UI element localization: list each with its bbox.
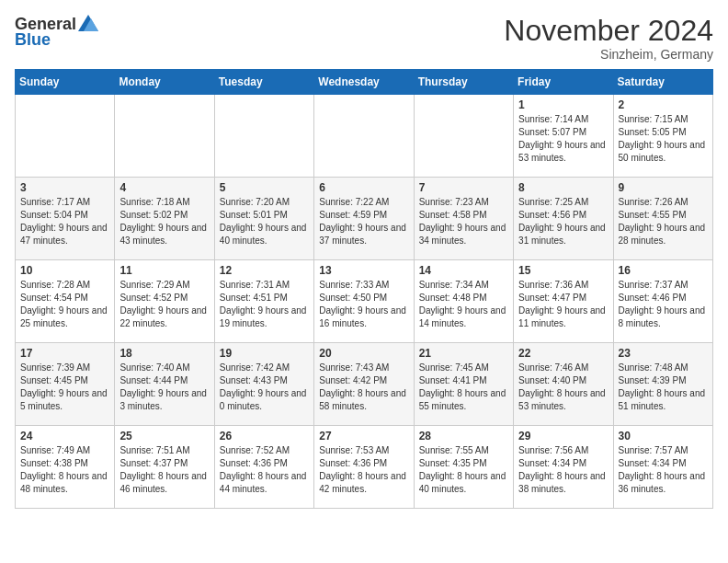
sunset-text: Sunset: 5:01 PM [220,210,288,220]
day-info: Sunrise: 7:55 AM Sunset: 4:35 PM Dayligh… [419,444,508,496]
sunrise-text: Sunrise: 7:26 AM [619,197,688,207]
sunset-text: Sunset: 4:54 PM [20,293,88,303]
sunrise-text: Sunrise: 7:57 AM [619,445,688,455]
table-row: 6 Sunrise: 7:22 AM Sunset: 4:59 PM Dayli… [314,178,414,260]
sunrise-text: Sunrise: 7:36 AM [518,280,588,290]
sunset-text: Sunset: 4:46 PM [619,293,687,303]
day-number: 27 [319,430,408,442]
sunrise-text: Sunrise: 7:18 AM [119,197,189,207]
sunrise-text: Sunrise: 7:28 AM [20,280,90,290]
day-info: Sunrise: 7:14 AM Sunset: 5:07 PM Dayligh… [518,113,608,165]
daylight-text: Daylight: 9 hours and 53 minutes. [518,140,606,163]
sunset-text: Sunset: 4:40 PM [518,375,586,385]
table-row: 7 Sunrise: 7:23 AM Sunset: 4:58 PM Dayli… [414,178,513,260]
day-number: 8 [518,181,608,194]
table-row [314,95,414,178]
sunrise-text: Sunrise: 7:23 AM [419,197,489,207]
daylight-text: Daylight: 9 hours and 50 minutes. [619,140,706,163]
day-info: Sunrise: 7:20 AM Sunset: 5:01 PM Dayligh… [220,196,309,247]
sunrise-text: Sunrise: 7:52 AM [220,445,290,455]
location-subtitle: Sinzheim, Germany [504,47,713,62]
header-friday: Friday [514,70,613,95]
table-row: 21 Sunrise: 7:45 AM Sunset: 4:41 PM Dayl… [414,343,513,426]
daylight-text: Daylight: 8 hours and 36 minutes. [619,471,706,494]
sunset-text: Sunset: 4:58 PM [419,210,487,220]
day-info: Sunrise: 7:46 AM Sunset: 4:40 PM Dayligh… [518,362,608,413]
sunrise-text: Sunrise: 7:31 AM [220,280,290,290]
sunset-text: Sunset: 4:42 PM [319,375,387,385]
sunset-text: Sunset: 5:05 PM [619,127,687,137]
day-number: 14 [419,264,508,277]
sunrise-text: Sunrise: 7:22 AM [319,197,389,207]
month-title: November 2024 [504,15,713,47]
day-info: Sunrise: 7:28 AM Sunset: 4:54 PM Dayligh… [20,279,109,330]
sunset-text: Sunset: 4:43 PM [220,375,288,385]
day-info: Sunrise: 7:43 AM Sunset: 4:42 PM Dayligh… [319,362,408,413]
table-row: 4 Sunrise: 7:18 AM Sunset: 5:02 PM Dayli… [115,178,214,260]
sunset-text: Sunset: 4:51 PM [220,293,288,303]
table-row: 12 Sunrise: 7:31 AM Sunset: 4:51 PM Dayl… [214,260,313,343]
daylight-text: Daylight: 9 hours and 47 minutes. [20,223,108,246]
day-info: Sunrise: 7:56 AM Sunset: 4:34 PM Dayligh… [518,444,608,496]
daylight-text: Daylight: 9 hours and 16 minutes. [319,305,406,328]
table-row: 2 Sunrise: 7:15 AM Sunset: 5:05 PM Dayli… [613,95,712,178]
table-row: 27 Sunrise: 7:53 AM Sunset: 4:36 PM Dayl… [314,426,414,509]
daylight-text: Daylight: 9 hours and 11 minutes. [518,305,606,328]
daylight-text: Daylight: 9 hours and 3 minutes. [119,388,207,411]
sunset-text: Sunset: 4:34 PM [518,458,586,468]
daylight-text: Daylight: 8 hours and 38 minutes. [518,471,606,494]
day-number: 25 [119,430,209,442]
day-number: 26 [220,430,309,442]
sunrise-text: Sunrise: 7:49 AM [20,445,90,455]
daylight-text: Daylight: 8 hours and 44 minutes. [220,471,307,494]
header-monday: Monday [115,70,214,95]
day-info: Sunrise: 7:52 AM Sunset: 4:36 PM Dayligh… [220,444,309,496]
sunrise-text: Sunrise: 7:14 AM [518,114,588,124]
day-info: Sunrise: 7:45 AM Sunset: 4:41 PM Dayligh… [419,362,508,413]
day-number: 15 [518,264,608,277]
day-number: 10 [20,264,109,277]
sunrise-text: Sunrise: 7:42 AM [220,362,290,373]
calendar-week-row: 3 Sunrise: 7:17 AM Sunset: 5:04 PM Dayli… [16,178,713,260]
daylight-text: Daylight: 9 hours and 5 minutes. [20,388,108,411]
table-row [214,95,313,178]
sunrise-text: Sunrise: 7:29 AM [119,280,189,290]
sunrise-text: Sunrise: 7:25 AM [518,197,588,207]
daylight-text: Daylight: 8 hours and 42 minutes. [319,471,406,494]
day-info: Sunrise: 7:31 AM Sunset: 4:51 PM Dayligh… [220,279,309,330]
daylight-text: Daylight: 9 hours and 19 minutes. [220,305,307,328]
sunset-text: Sunset: 4:47 PM [518,293,586,303]
day-number: 20 [319,347,408,360]
day-number: 9 [619,181,708,194]
sunrise-text: Sunrise: 7:15 AM [619,114,688,124]
calendar-week-row: 1 Sunrise: 7:14 AM Sunset: 5:07 PM Dayli… [16,95,713,178]
sunrise-text: Sunrise: 7:56 AM [518,445,588,455]
table-row: 8 Sunrise: 7:25 AM Sunset: 4:56 PM Dayli… [514,178,613,260]
day-number: 24 [20,430,109,442]
day-info: Sunrise: 7:34 AM Sunset: 4:48 PM Dayligh… [419,279,508,330]
sunrise-text: Sunrise: 7:53 AM [319,445,389,455]
sunset-text: Sunset: 4:41 PM [419,375,487,385]
table-row: 17 Sunrise: 7:39 AM Sunset: 4:45 PM Dayl… [16,343,115,426]
calendar-week-row: 24 Sunrise: 7:49 AM Sunset: 4:38 PM Dayl… [16,426,713,509]
daylight-text: Daylight: 9 hours and 0 minutes. [220,388,307,411]
title-area: November 2024 Sinzheim, Germany [504,15,713,62]
day-info: Sunrise: 7:40 AM Sunset: 4:44 PM Dayligh… [119,362,209,413]
table-row: 30 Sunrise: 7:57 AM Sunset: 4:34 PM Dayl… [613,426,712,509]
sunset-text: Sunset: 5:07 PM [518,127,586,137]
table-row: 14 Sunrise: 7:34 AM Sunset: 4:48 PM Dayl… [414,260,513,343]
day-info: Sunrise: 7:37 AM Sunset: 4:46 PM Dayligh… [619,279,708,330]
daylight-text: Daylight: 9 hours and 14 minutes. [419,305,506,328]
sunset-text: Sunset: 4:44 PM [119,375,188,385]
header-thursday: Thursday [414,70,513,95]
day-info: Sunrise: 7:23 AM Sunset: 4:58 PM Dayligh… [419,196,508,247]
sunset-text: Sunset: 4:37 PM [119,458,188,468]
sunset-text: Sunset: 4:45 PM [20,375,88,385]
table-row: 20 Sunrise: 7:43 AM Sunset: 4:42 PM Dayl… [314,343,414,426]
day-number: 3 [20,181,109,194]
day-number: 30 [619,430,708,442]
sunset-text: Sunset: 4:35 PM [419,458,487,468]
logo-icon [78,15,98,31]
day-info: Sunrise: 7:33 AM Sunset: 4:50 PM Dayligh… [319,279,408,330]
day-info: Sunrise: 7:25 AM Sunset: 4:56 PM Dayligh… [518,196,608,247]
